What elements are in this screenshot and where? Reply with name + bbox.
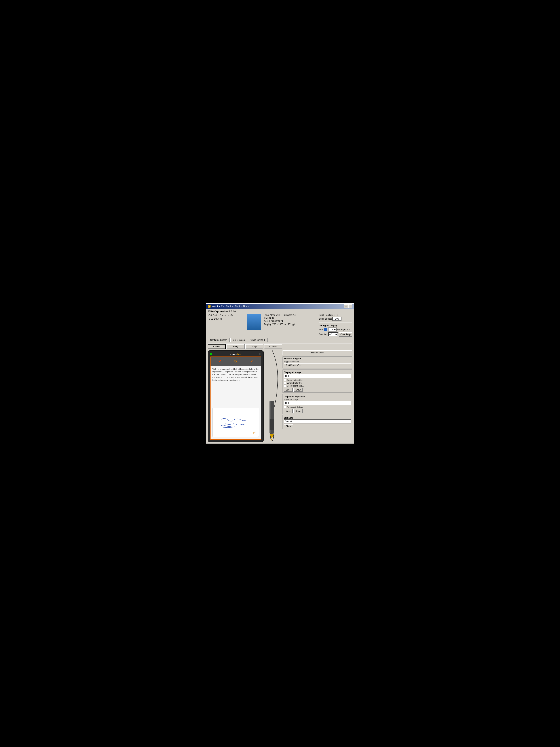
pad-screen-frame: ✕ ↻ ✓ With my signature, I certify that … <box>210 357 261 440</box>
svg-rect-3 <box>269 419 274 430</box>
device-info-left: "Get Devices" searches for: - USB Device… <box>208 314 244 337</box>
sig-show-button[interactable]: Show <box>293 409 303 413</box>
pad-rotate-icon[interactable]: ↻ <box>233 358 239 365</box>
signdata-show-row: Show <box>284 424 351 428</box>
image-show-button[interactable]: Show <box>293 388 303 392</box>
logo-signo: signo <box>230 353 237 355</box>
erase-hotspot-checkbox[interactable] <box>284 379 286 381</box>
right-panel: RSA Options Secured Keypad Keypad not su… <box>283 350 352 442</box>
sig-image-label: Signature Image <box>284 398 351 401</box>
displayed-image-title: Displayed Image <box>284 371 351 374</box>
erase-hotspot-row: Erase Hotspot A... <box>284 379 351 381</box>
scroll-speed-input[interactable] <box>332 317 342 321</box>
window-title: signotec Pad Capture Control Demo <box>212 305 249 307</box>
pad-sensor <box>259 353 261 355</box>
stylus-svg <box>266 350 278 441</box>
svg-point-5 <box>271 439 272 440</box>
get-devices-button[interactable]: Get Devices <box>230 338 247 342</box>
window-body: STPadCapt Version: 8.5.2.6 "Get Devices"… <box>206 309 354 443</box>
version-label: STPadCapt Version: 8.5.2.6 <box>208 310 352 313</box>
use-current-targ-row: Use Current Targ... <box>284 385 351 387</box>
erase-hotspot-label: Erase Hotspot A... <box>287 379 303 381</box>
stylus-container <box>266 350 281 442</box>
rotation-label: Rotation: <box>319 333 327 336</box>
main-content: signotec ✕ ↻ ✓ With my signature, I cert… <box>208 350 352 442</box>
keypad-status: Keypad not supp <box>284 360 351 363</box>
scroll-speed-label: Scroll Speed: <box>319 317 332 320</box>
start-keypad-button[interactable]: Start Keypad-D... <box>284 363 351 367</box>
backlight-label: Backlight: <box>337 328 347 331</box>
use-current-targ-label: Use Current Targ... <box>287 385 304 387</box>
pad-toolbar: ✕ ↻ ✓ <box>211 357 261 366</box>
advanced-options-label: Advanced Options <box>287 406 303 408</box>
pen-label: Pen: <box>319 328 323 331</box>
image-save-show-row: Save Show <box>284 388 351 392</box>
pen-color-picker[interactable] <box>324 328 327 331</box>
window-controls: — □ <box>344 304 352 308</box>
retry-button[interactable]: Retry <box>226 344 244 349</box>
pad-display: signotec ✕ ↻ ✓ With my signature, I cert… <box>208 350 264 442</box>
scroll-speed-row: Scroll Speed: <box>319 317 352 321</box>
sig-format-dropdown[interactable]: TIFF <box>284 401 351 405</box>
displayed-sig-title: Displayed Signature <box>284 395 351 398</box>
minimize-button[interactable]: — <box>344 304 348 308</box>
logo-tec: tec <box>237 353 241 355</box>
displayed-signature-section: Displayed Signature Signature Image TIFF… <box>283 394 352 414</box>
search-label: "Get Devices" searches for: <box>208 314 244 317</box>
right-section: Scroll Position: 0 / 0 Scroll Speed: Con… <box>319 314 352 337</box>
action-buttons: Cancel Retry Stop Confirm <box>208 344 352 349</box>
rotation-row: Rotation: 0 ° 90 ° 180 ° 270 ° Clear Dis… <box>319 332 352 337</box>
configure-search-button[interactable]: Configure Search <box>208 338 230 342</box>
device-details: Type: Alpha USB Firmware: 1.0 Port: USB … <box>264 314 296 337</box>
secured-keypad-section: Secured Keypad Keypad not supp Start Key… <box>283 357 352 368</box>
displayed-image-section: Displayed Image TIFF Erase Hotspot A... … <box>283 369 352 393</box>
signature-svg <box>213 408 259 437</box>
button-row-top: Configure Search Get Devices Close Devic… <box>208 338 352 342</box>
device-thumbnail <box>247 314 261 330</box>
stop-button[interactable]: Stop <box>245 344 263 349</box>
pad-content: With my signature, I certify that I'm ex… <box>211 366 261 439</box>
title-bar: ✎ signotec Pad Capture Control Demo — □ <box>206 304 354 309</box>
pen-size-select[interactable]: 2 px 1 px 3 px <box>328 328 337 332</box>
sig-save-show-row: Save Show <box>284 409 351 413</box>
image-save-button[interactable]: Save <box>284 388 293 392</box>
backlight-value: On <box>347 328 350 331</box>
signdata-format-dropdown[interactable]: Default <box>284 419 351 423</box>
advanced-options-checkbox[interactable] <box>284 406 286 408</box>
title-bar-left: ✎ signotec Pad Capture Control Demo <box>208 305 249 308</box>
main-window: ✎ signotec Pad Capture Control Demo — □ … <box>206 303 354 444</box>
maximize-button[interactable]: □ <box>348 304 352 308</box>
pad-logo: signotec <box>230 353 241 355</box>
search-sub: - USB Devices <box>208 317 244 320</box>
app-icon: ✎ <box>208 305 211 308</box>
device-display: Display: 768 x 1366 px / 101 ppi <box>264 323 296 326</box>
top-section: "Get Devices" searches for: - USB Device… <box>208 314 352 337</box>
pad-top-bar: signotec <box>210 353 261 355</box>
device-port: Port: USB <box>264 317 296 319</box>
clear-disp-button[interactable]: Clear Disp <box>339 332 352 337</box>
pad-led <box>210 353 212 355</box>
configure-display-label: Configure Display <box>319 324 352 327</box>
whole-buffer-row: Whole Buffer Co <box>284 382 351 384</box>
whole-buffer-checkbox[interactable] <box>284 382 286 384</box>
rotation-select[interactable]: 0 ° 90 ° 180 ° 270 ° <box>328 332 338 336</box>
signdata-title: SignData <box>284 417 351 419</box>
close-device-button[interactable]: Close Device 1 <box>248 338 268 342</box>
cancel-button[interactable]: Cancel <box>208 344 226 349</box>
sig-save-button[interactable]: Save <box>284 409 293 413</box>
signdata-show-button[interactable]: Show <box>284 424 293 428</box>
device-type: Type: Alpha USB Firmware: 1.0 <box>264 314 296 316</box>
signdata-section: SignData Default Show <box>283 415 352 429</box>
advanced-options-row: Advanced Options <box>284 406 351 408</box>
pad-cancel-icon[interactable]: ✕ <box>216 358 223 365</box>
pad-confirm-icon[interactable]: ✓ <box>248 358 255 365</box>
scroll-position: Scroll Position: 0 / 0 <box>319 314 352 316</box>
pad-text-area: With my signature, I certify that I'm ex… <box>212 368 259 407</box>
pad-signature-area[interactable]: ✏ <box>212 408 259 437</box>
confirm-button[interactable]: Confirm <box>264 344 282 349</box>
rsa-options-button[interactable]: RSA Options <box>283 350 352 355</box>
image-format-dropdown[interactable]: TIFF <box>284 374 351 378</box>
pen-row: Pen: 2 px 1 px 3 px Backlight: On <box>319 328 352 332</box>
whole-buffer-label: Whole Buffer Co <box>287 382 302 384</box>
use-current-targ-checkbox[interactable] <box>284 385 286 387</box>
